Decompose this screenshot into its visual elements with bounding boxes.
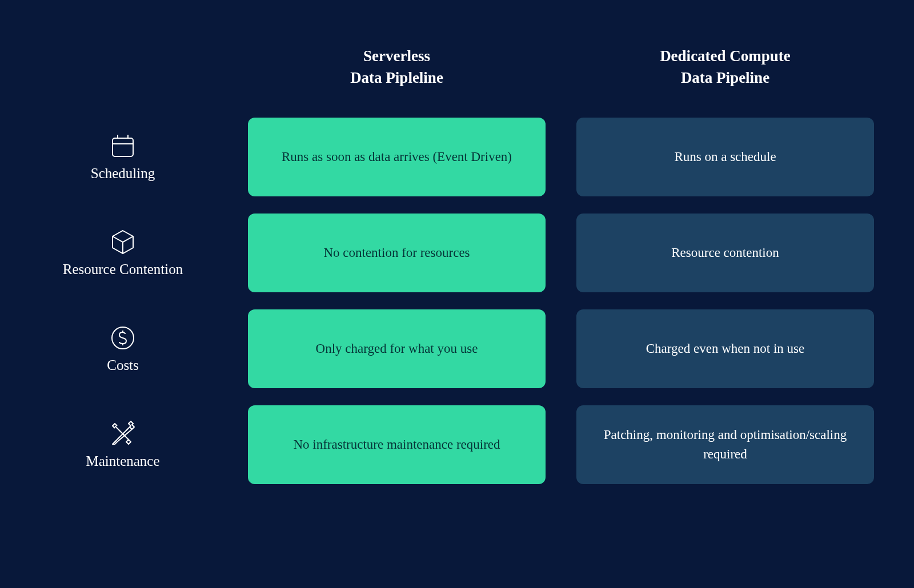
row-label-text: Maintenance — [86, 453, 159, 469]
row-label-resource-contention: Resource Contention — [34, 214, 217, 292]
cell-costs-serverless: Only charged for what you use — [248, 309, 546, 388]
header-line1: Serverless — [363, 47, 430, 65]
cell-scheduling-dedicated: Runs on a schedule — [576, 118, 874, 196]
header-line2: Data Pipeline — [681, 69, 769, 86]
cell-text: Resource contention — [671, 243, 779, 262]
cell-resource-serverless: No contention for resources — [248, 214, 546, 292]
cell-resource-dedicated: Resource contention — [576, 214, 874, 292]
cell-costs-dedicated: Charged even when not in use — [576, 309, 874, 388]
header-line1: Dedicated Compute — [660, 47, 791, 65]
cell-text: Runs on a schedule — [674, 147, 776, 166]
cell-text: Runs as soon as data arrives (Event Driv… — [282, 147, 512, 166]
cell-text: Charged even when not in use — [646, 339, 804, 358]
row-label-scheduling: Scheduling — [34, 118, 217, 196]
tools-icon — [109, 420, 137, 448]
calendar-icon — [109, 132, 137, 160]
row-label-text: Scheduling — [91, 166, 155, 182]
row-label-costs: Costs — [34, 309, 217, 388]
cell-text: No contention for resources — [323, 243, 470, 262]
row-label-maintenance: Maintenance — [34, 405, 217, 484]
cell-text: Patching, monitoring and optimisation/sc… — [599, 425, 851, 464]
row-label-text: Resource Contention — [63, 261, 183, 277]
svg-rect-0 — [113, 138, 133, 156]
column-header-dedicated: Dedicated Compute Data Pipeline — [576, 46, 874, 100]
dollar-icon — [109, 324, 137, 352]
cell-scheduling-serverless: Runs as soon as data arrives (Event Driv… — [248, 118, 546, 196]
comparison-grid: Serverless Data Pipleline Dedicated Comp… — [34, 46, 874, 484]
cube-icon — [109, 228, 137, 256]
row-label-text: Costs — [107, 357, 139, 373]
header-spacer — [34, 46, 217, 100]
cell-text: No infrastructure maintenance required — [293, 435, 500, 454]
cell-text: Only charged for what you use — [316, 339, 478, 358]
column-header-serverless: Serverless Data Pipleline — [248, 46, 546, 100]
cell-maintenance-serverless: No infrastructure maintenance required — [248, 405, 546, 484]
cell-maintenance-dedicated: Patching, monitoring and optimisation/sc… — [576, 405, 874, 484]
header-line2: Data Pipleline — [350, 69, 443, 86]
